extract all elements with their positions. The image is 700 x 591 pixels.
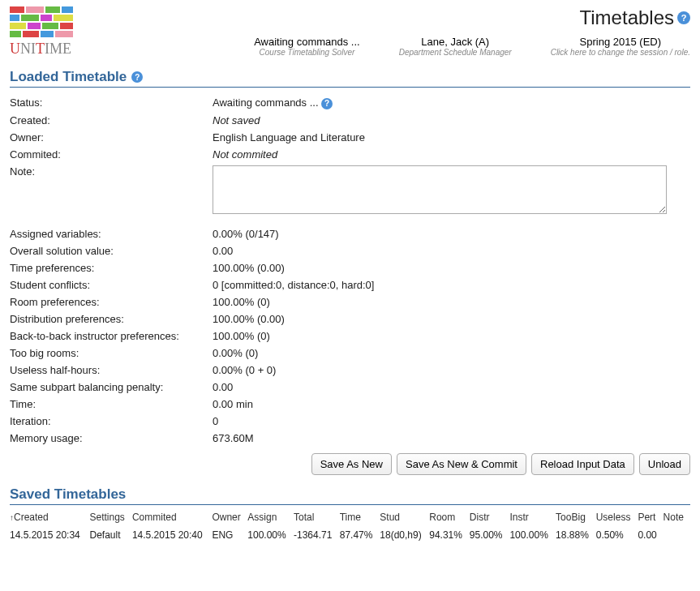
- value-time: 0.00 min: [213, 398, 690, 410]
- col-toobig[interactable]: TooBig: [556, 508, 596, 526]
- value-commited: Not commited: [213, 148, 690, 161]
- label-created: Created:: [10, 114, 213, 126]
- col-distr[interactable]: Distr: [470, 508, 510, 526]
- value-iteration: 0: [213, 415, 690, 427]
- save-as-new-commit-button[interactable]: Save As New & Commit: [397, 453, 526, 475]
- value-useless-half-hours: 0.00% (0 + 0): [213, 364, 690, 376]
- cell-useless: 0.50%: [596, 526, 638, 544]
- col-pert[interactable]: Pert: [638, 508, 663, 526]
- label-iteration: Iteration:: [10, 415, 213, 427]
- svg-rect-7: [54, 15, 73, 21]
- col-instr[interactable]: Instr: [509, 508, 556, 526]
- cell-toobig: 18.88%: [556, 526, 596, 544]
- label-back-to-back: Back-to-back instructor preferences:: [10, 330, 213, 342]
- save-as-new-button[interactable]: Save As New: [311, 453, 392, 475]
- section-loaded-timetable: Loaded Timetable ?: [10, 69, 690, 88]
- label-too-big-rooms: Too big rooms:: [10, 347, 213, 359]
- value-distribution-preferences: 100.00% (0.00): [213, 313, 690, 325]
- value-created: Not saved: [213, 114, 690, 126]
- page-title: Timetables: [580, 6, 674, 29]
- help-icon[interactable]: ?: [677, 11, 690, 24]
- label-student-conflicts: Student conflicts:: [10, 279, 213, 291]
- cell-assign: 100.00%: [247, 526, 294, 544]
- cell-pert: 0.00: [638, 526, 663, 544]
- svg-rect-1: [26, 6, 44, 13]
- svg-rect-6: [41, 15, 52, 21]
- reload-input-data-button[interactable]: Reload Input Data: [531, 453, 634, 475]
- meta-bottom: Click here to change the session / role.: [551, 48, 690, 57]
- logo-grid-icon: [10, 6, 75, 39]
- svg-rect-12: [10, 31, 21, 37]
- col-time[interactable]: Time: [340, 508, 380, 526]
- value-time-preferences: 100.00% (0.00): [213, 262, 690, 274]
- col-useless[interactable]: Useless: [596, 508, 638, 526]
- label-time: Time:: [10, 398, 213, 410]
- value-same-subpart: 0.00: [213, 381, 690, 393]
- value-too-big-rooms: 0.00% (0): [213, 347, 690, 359]
- label-assigned-variables: Assigned variables:: [10, 228, 213, 240]
- col-owner[interactable]: Owner: [212, 508, 247, 526]
- meta-session[interactable]: Spring 2015 (ED) Click here to change th…: [551, 36, 690, 57]
- col-assign[interactable]: Assign: [247, 508, 294, 526]
- label-note: Note:: [10, 165, 213, 216]
- table-row[interactable]: 14.5.2015 20:34 Default 14.5.2015 20:40 …: [10, 526, 690, 544]
- value-overall-solution-value: 0.00: [213, 245, 690, 257]
- value-room-preferences: 100.00% (0): [213, 296, 690, 308]
- label-commited: Commited:: [10, 148, 213, 161]
- svg-rect-10: [42, 23, 58, 29]
- unitime-logo[interactable]: UNITIME: [10, 6, 75, 58]
- svg-rect-4: [10, 15, 19, 21]
- cell-commited: 14.5.2015 20:40: [132, 526, 213, 544]
- meta-user[interactable]: Lane, Jack (A) Department Schedule Manag…: [399, 36, 512, 57]
- label-owner: Owner:: [10, 131, 213, 143]
- svg-rect-3: [62, 6, 73, 13]
- label-distribution-preferences: Distribution preferences:: [10, 313, 213, 325]
- col-created[interactable]: ↑Created: [10, 508, 90, 526]
- meta-top: Lane, Jack (A): [399, 36, 512, 48]
- label-useless-half-hours: Useless half-hours:: [10, 364, 213, 376]
- cell-note: [663, 526, 690, 544]
- cell-distr: 95.00%: [470, 526, 510, 544]
- svg-rect-14: [41, 31, 54, 37]
- label-room-preferences: Room preferences:: [10, 296, 213, 308]
- unload-button[interactable]: Unload: [639, 453, 690, 475]
- value-owner: English Language and Literature: [213, 131, 690, 143]
- section-saved-timetables: Saved Timetables: [10, 486, 690, 505]
- value-student-conflicts: 0 [committed:0, distance:0, hard:0]: [213, 279, 690, 291]
- label-overall-solution-value: Overall solution value:: [10, 245, 213, 257]
- value-back-to-back: 100.00% (0): [213, 330, 690, 342]
- col-note[interactable]: Note: [663, 508, 690, 526]
- cell-stud: 18(d0,h9): [380, 526, 429, 544]
- cell-instr: 100.00%: [509, 526, 556, 544]
- help-icon[interactable]: ?: [321, 98, 333, 109]
- label-time-preferences: Time preferences:: [10, 262, 213, 274]
- cell-room: 94.31%: [429, 526, 470, 544]
- note-input[interactable]: [213, 165, 667, 214]
- col-stud[interactable]: Stud: [380, 508, 429, 526]
- cell-created: 14.5.2015 20:34: [10, 526, 90, 544]
- col-total[interactable]: Total: [294, 508, 340, 526]
- label-status: Status:: [10, 96, 213, 109]
- help-icon[interactable]: ?: [131, 71, 143, 83]
- svg-rect-13: [23, 31, 39, 37]
- svg-rect-9: [28, 23, 41, 29]
- logo-text: UNITIME: [10, 41, 71, 58]
- svg-rect-15: [55, 31, 73, 37]
- col-room[interactable]: Room: [429, 508, 470, 526]
- meta-bottom: Course Timetabling Solver: [254, 48, 360, 57]
- cell-total: -1364.71: [294, 526, 340, 544]
- svg-rect-11: [60, 23, 73, 29]
- cell-time: 87.47%: [340, 526, 380, 544]
- meta-solver-status[interactable]: Awaiting commands ... Course Timetabling…: [254, 36, 360, 57]
- value-memory-usage: 673.60M: [213, 432, 690, 444]
- svg-rect-0: [10, 6, 24, 13]
- meta-bottom: Department Schedule Manager: [399, 48, 512, 57]
- cell-owner: ENG: [212, 526, 247, 544]
- value-assigned-variables: 0.00% (0/147): [213, 228, 690, 240]
- svg-rect-5: [21, 15, 39, 21]
- col-commited[interactable]: Commited: [132, 508, 213, 526]
- col-settings[interactable]: Settings: [90, 508, 132, 526]
- cell-settings: Default: [90, 526, 132, 544]
- section-title-text: Saved Timetables: [10, 486, 126, 503]
- meta-top: Awaiting commands ...: [254, 36, 360, 48]
